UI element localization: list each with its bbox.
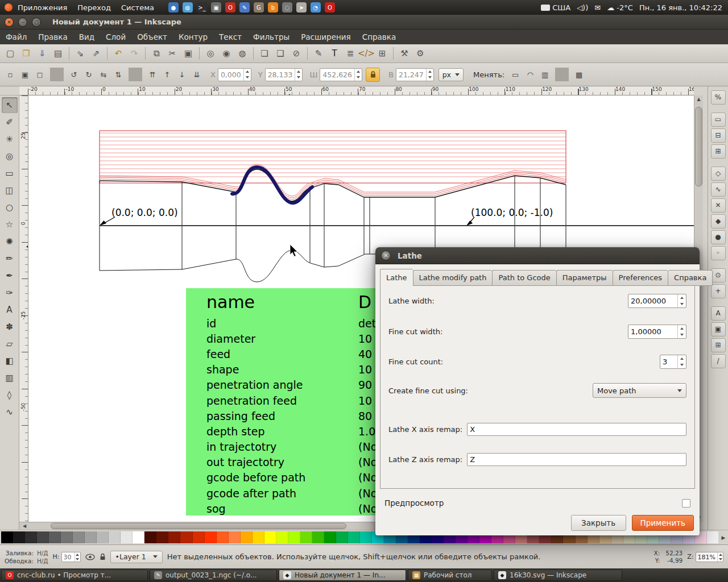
fine-cut-count-spinbox[interactable] [660,355,686,369]
palette-swatch[interactable] [13,531,25,543]
blender-icon[interactable]: b [268,2,278,13]
toolbar-button[interactable]: T [327,46,342,61]
globe-icon[interactable]: ◍ [183,2,193,13]
zoom-spinbox[interactable]: 181% [696,552,723,562]
lathe-x-remap-input[interactable] [467,423,686,436]
palette-swatch[interactable] [61,531,73,543]
palette-swatch[interactable] [205,531,217,543]
palette-swatch[interactable] [133,531,144,543]
snap-button[interactable]: + [711,284,726,298]
toolbar-button[interactable]: ⧉ [149,46,164,61]
palette-swatch[interactable] [312,531,324,543]
palette-swatch[interactable] [707,531,719,543]
tool-option-button[interactable]: ↺ [67,68,81,81]
tool-button[interactable]: ∿ [2,404,18,420]
palette-scroll-right-icon[interactable]: ▶ [719,531,728,543]
tool-button[interactable]: ✳ [2,131,18,147]
layer-dropdown[interactable]: •Layer 1 [110,551,163,563]
vertical-scroll-thumb[interactable] [695,107,702,186]
snap-button[interactable]: % [711,90,726,105]
toolbar-button[interactable]: ▣ [181,46,196,61]
scroll-left-icon[interactable]: ◀ [20,523,28,529]
keyboard-indicator[interactable]: США [541,3,570,12]
dialog-tab[interactable]: Lathe modify path [413,270,493,286]
taskbar-window-button[interactable]: ▦ Рабочий стол [408,569,492,581]
palette-swatch[interactable] [336,531,348,543]
palette-swatch[interactable] [25,531,37,543]
taskbar-window-button[interactable]: ◆ 16k30.svg — Inkscape [494,569,622,581]
gimp-icon[interactable]: G [254,2,264,13]
toolbar-button[interactable]: ↷ [127,46,142,61]
distributor-logo-icon[interactable] [5,3,13,11]
toolbar-button[interactable]: ⚙ [413,46,428,61]
dialog-tab[interactable]: Справка [668,270,713,286]
spin-down-icon[interactable] [678,362,686,369]
palette-swatch[interactable] [217,531,229,543]
tool-button[interactable]: ▭ [2,165,18,181]
spin-down-icon[interactable] [678,301,686,308]
layer-lock-icon[interactable] [100,553,106,560]
toolbar-button[interactable]: ⚒ [397,46,412,61]
fill-stroke-indicator[interactable]: Заливка:Обводка: Н/ДН/Д [5,549,48,565]
firefox-icon[interactable]: ● [168,2,179,13]
vertical-ruler[interactable]: 25 0 -25 -50 [19,95,28,522]
tool-button[interactable]: ✒ [2,268,18,284]
palette-swatch[interactable] [37,531,49,543]
menubar-item[interactable]: Контур [173,30,213,44]
palette-swatch[interactable] [360,531,372,543]
spin-up-icon[interactable] [427,69,433,75]
palette-swatch[interactable] [73,531,85,543]
units-dropdown[interactable]: px [439,68,464,81]
palette-swatch[interactable] [229,531,241,543]
snap-button[interactable]: ⊙ [711,268,726,282]
fine-cut-method-dropdown[interactable]: Move path [593,383,686,398]
toolbar-button[interactable]: ✎ [311,46,326,61]
menubar-item[interactable]: Фильтры [247,30,295,44]
spin-down-icon[interactable] [295,74,302,81]
menubar-item[interactable]: Объект [131,30,173,44]
tool-button[interactable]: ✽ [2,319,18,335]
horizontal-scroll-thumb[interactable] [51,523,346,529]
tool-option-button[interactable]: ▫ [3,68,17,81]
snap-button[interactable]: ∿ [711,182,726,197]
snap-button[interactable]: ⊟ [711,128,726,143]
spin-down-icon[interactable] [427,74,433,81]
screenshot-icon[interactable]: ▣ [211,2,221,13]
tool-button[interactable]: ↖ [2,97,18,113]
toolbar-button[interactable]: ◍ [235,46,250,61]
spin-up-icon[interactable] [718,552,723,557]
tool-button[interactable]: ▱ [2,336,18,352]
opacity-spinbox[interactable]: 30 [61,552,81,562]
mail-icon[interactable]: ✉ [594,3,601,12]
palette-swatch[interactable] [180,531,192,543]
lathe-width-spinbox[interactable] [628,294,686,308]
palette-swatch[interactable] [97,531,109,543]
palette-swatch[interactable] [348,531,360,543]
tool-button[interactable]: ▥ [2,370,18,386]
dialog-tab[interactable]: Preferences [613,270,668,286]
tool-button[interactable]: ✑ [2,285,18,301]
snap-button[interactable]: ◇ [711,167,726,181]
palette-swatch[interactable] [253,531,264,543]
tool-button[interactable]: ✐ [2,114,18,130]
tool-button[interactable]: ◫ [2,182,18,198]
affect-toggle[interactable]: ◠ [523,68,537,81]
toolbar-button[interactable]: ❒ [19,46,34,61]
palette-swatch[interactable] [121,531,133,543]
draw-icon[interactable]: ✎ [239,2,250,13]
y-coordinate-spinbox[interactable]: 28,133 [265,68,303,81]
tool-option-button[interactable]: ↓ [175,68,189,81]
terminal-icon[interactable]: >_ [197,2,207,13]
spin-up-icon[interactable] [244,69,251,75]
window-minimize-button[interactable]: – [18,18,27,27]
toolbar-button[interactable]: ↶ [111,46,126,61]
snap-button[interactable]: ◦ [711,246,726,260]
palette-swatch[interactable] [144,531,156,543]
menubar-item[interactable]: Вид [73,30,100,44]
tool-option-button[interactable]: ▣ [18,68,32,81]
spin-up-icon[interactable] [678,325,686,332]
volume-icon[interactable]: ◁)) [577,3,588,12]
width-spinbox[interactable]: 452,626 [320,68,362,81]
spin-up-icon[interactable] [75,552,80,557]
palette-swatch[interactable] [156,531,168,543]
